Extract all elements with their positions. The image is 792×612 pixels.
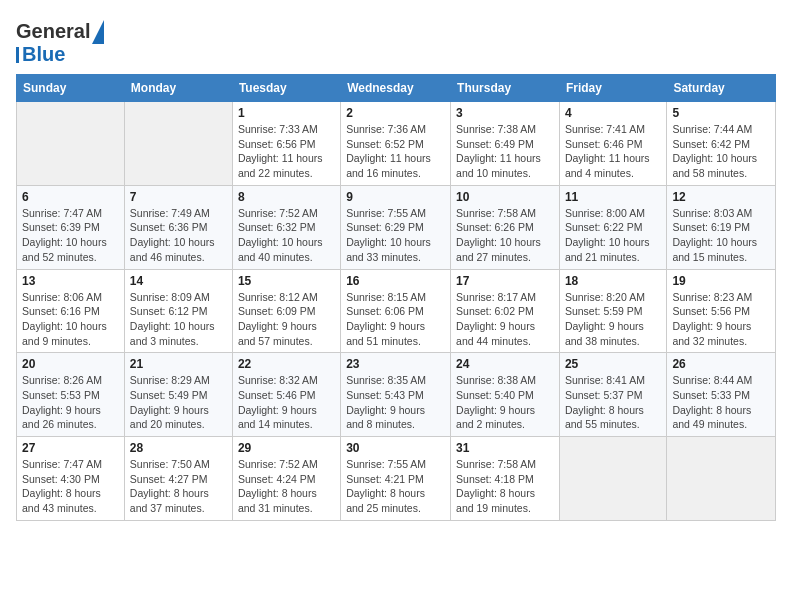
day-detail: Sunrise: 7:49 AM Sunset: 6:36 PM Dayligh… <box>130 206 227 265</box>
weekday-header: Tuesday <box>232 75 340 102</box>
day-number: 18 <box>565 274 661 288</box>
day-number: 7 <box>130 190 227 204</box>
calendar-day-cell <box>124 102 232 186</box>
weekday-header: Sunday <box>17 75 125 102</box>
calendar-header-row: SundayMondayTuesdayWednesdayThursdayFrid… <box>17 75 776 102</box>
day-detail: Sunrise: 7:33 AM Sunset: 6:56 PM Dayligh… <box>238 122 335 181</box>
day-detail: Sunrise: 8:23 AM Sunset: 5:56 PM Dayligh… <box>672 290 770 349</box>
day-detail: Sunrise: 8:15 AM Sunset: 6:06 PM Dayligh… <box>346 290 445 349</box>
calendar-day-cell: 22Sunrise: 8:32 AM Sunset: 5:46 PM Dayli… <box>232 353 340 437</box>
day-number: 2 <box>346 106 445 120</box>
calendar-day-cell: 26Sunrise: 8:44 AM Sunset: 5:33 PM Dayli… <box>667 353 776 437</box>
calendar-day-cell: 7Sunrise: 7:49 AM Sunset: 6:36 PM Daylig… <box>124 185 232 269</box>
calendar-week-row: 27Sunrise: 7:47 AM Sunset: 4:30 PM Dayli… <box>17 437 776 521</box>
calendar-table: SundayMondayTuesdayWednesdayThursdayFrid… <box>16 74 776 521</box>
day-number: 10 <box>456 190 554 204</box>
day-detail: Sunrise: 8:41 AM Sunset: 5:37 PM Dayligh… <box>565 373 661 432</box>
calendar-day-cell <box>667 437 776 521</box>
day-number: 20 <box>22 357 119 371</box>
day-detail: Sunrise: 7:47 AM Sunset: 6:39 PM Dayligh… <box>22 206 119 265</box>
calendar-day-cell: 10Sunrise: 7:58 AM Sunset: 6:26 PM Dayli… <box>451 185 560 269</box>
calendar-day-cell <box>559 437 666 521</box>
calendar-day-cell: 14Sunrise: 8:09 AM Sunset: 6:12 PM Dayli… <box>124 269 232 353</box>
calendar-day-cell: 31Sunrise: 7:58 AM Sunset: 4:18 PM Dayli… <box>451 437 560 521</box>
calendar-day-cell: 29Sunrise: 7:52 AM Sunset: 4:24 PM Dayli… <box>232 437 340 521</box>
weekday-header: Saturday <box>667 75 776 102</box>
calendar-day-cell: 12Sunrise: 8:03 AM Sunset: 6:19 PM Dayli… <box>667 185 776 269</box>
day-number: 4 <box>565 106 661 120</box>
day-number: 3 <box>456 106 554 120</box>
calendar-day-cell <box>17 102 125 186</box>
calendar-day-cell: 16Sunrise: 8:15 AM Sunset: 6:06 PM Dayli… <box>341 269 451 353</box>
day-detail: Sunrise: 8:17 AM Sunset: 6:02 PM Dayligh… <box>456 290 554 349</box>
calendar-week-row: 6Sunrise: 7:47 AM Sunset: 6:39 PM Daylig… <box>17 185 776 269</box>
day-detail: Sunrise: 8:12 AM Sunset: 6:09 PM Dayligh… <box>238 290 335 349</box>
day-detail: Sunrise: 8:00 AM Sunset: 6:22 PM Dayligh… <box>565 206 661 265</box>
day-number: 22 <box>238 357 335 371</box>
calendar-day-cell: 1Sunrise: 7:33 AM Sunset: 6:56 PM Daylig… <box>232 102 340 186</box>
day-detail: Sunrise: 8:20 AM Sunset: 5:59 PM Dayligh… <box>565 290 661 349</box>
calendar-day-cell: 15Sunrise: 8:12 AM Sunset: 6:09 PM Dayli… <box>232 269 340 353</box>
weekday-header: Friday <box>559 75 666 102</box>
logo-blue-row: Blue <box>16 43 65 66</box>
calendar-day-cell: 8Sunrise: 7:52 AM Sunset: 6:32 PM Daylig… <box>232 185 340 269</box>
day-detail: Sunrise: 8:06 AM Sunset: 6:16 PM Dayligh… <box>22 290 119 349</box>
day-number: 26 <box>672 357 770 371</box>
day-detail: Sunrise: 7:58 AM Sunset: 4:18 PM Dayligh… <box>456 457 554 516</box>
calendar-day-cell: 6Sunrise: 7:47 AM Sunset: 6:39 PM Daylig… <box>17 185 125 269</box>
logo-general-text: General <box>16 20 90 42</box>
day-number: 16 <box>346 274 445 288</box>
day-number: 12 <box>672 190 770 204</box>
day-number: 11 <box>565 190 661 204</box>
calendar-day-cell: 4Sunrise: 7:41 AM Sunset: 6:46 PM Daylig… <box>559 102 666 186</box>
weekday-header: Monday <box>124 75 232 102</box>
logo-blue-text: Blue <box>22 43 65 66</box>
day-detail: Sunrise: 7:52 AM Sunset: 6:32 PM Dayligh… <box>238 206 335 265</box>
day-number: 21 <box>130 357 227 371</box>
day-detail: Sunrise: 7:41 AM Sunset: 6:46 PM Dayligh… <box>565 122 661 181</box>
calendar-day-cell: 13Sunrise: 8:06 AM Sunset: 6:16 PM Dayli… <box>17 269 125 353</box>
day-number: 13 <box>22 274 119 288</box>
day-number: 5 <box>672 106 770 120</box>
day-number: 19 <box>672 274 770 288</box>
calendar-day-cell: 9Sunrise: 7:55 AM Sunset: 6:29 PM Daylig… <box>341 185 451 269</box>
day-detail: Sunrise: 7:58 AM Sunset: 6:26 PM Dayligh… <box>456 206 554 265</box>
day-number: 8 <box>238 190 335 204</box>
calendar-day-cell: 3Sunrise: 7:38 AM Sunset: 6:49 PM Daylig… <box>451 102 560 186</box>
day-detail: Sunrise: 8:44 AM Sunset: 5:33 PM Dayligh… <box>672 373 770 432</box>
calendar-day-cell: 18Sunrise: 8:20 AM Sunset: 5:59 PM Dayli… <box>559 269 666 353</box>
day-number: 25 <box>565 357 661 371</box>
day-detail: Sunrise: 7:44 AM Sunset: 6:42 PM Dayligh… <box>672 122 770 181</box>
day-number: 27 <box>22 441 119 455</box>
calendar-day-cell: 19Sunrise: 8:23 AM Sunset: 5:56 PM Dayli… <box>667 269 776 353</box>
day-detail: Sunrise: 7:50 AM Sunset: 4:27 PM Dayligh… <box>130 457 227 516</box>
calendar-day-cell: 23Sunrise: 8:35 AM Sunset: 5:43 PM Dayli… <box>341 353 451 437</box>
day-detail: Sunrise: 7:55 AM Sunset: 4:21 PM Dayligh… <box>346 457 445 516</box>
day-number: 17 <box>456 274 554 288</box>
day-number: 28 <box>130 441 227 455</box>
day-number: 14 <box>130 274 227 288</box>
day-number: 29 <box>238 441 335 455</box>
logo: General Blue <box>16 20 90 66</box>
day-detail: Sunrise: 8:03 AM Sunset: 6:19 PM Dayligh… <box>672 206 770 265</box>
calendar-week-row: 13Sunrise: 8:06 AM Sunset: 6:16 PM Dayli… <box>17 269 776 353</box>
day-number: 1 <box>238 106 335 120</box>
day-detail: Sunrise: 7:36 AM Sunset: 6:52 PM Dayligh… <box>346 122 445 181</box>
calendar-day-cell: 5Sunrise: 7:44 AM Sunset: 6:42 PM Daylig… <box>667 102 776 186</box>
calendar-day-cell: 27Sunrise: 7:47 AM Sunset: 4:30 PM Dayli… <box>17 437 125 521</box>
day-detail: Sunrise: 8:09 AM Sunset: 6:12 PM Dayligh… <box>130 290 227 349</box>
day-detail: Sunrise: 8:29 AM Sunset: 5:49 PM Dayligh… <box>130 373 227 432</box>
calendar-day-cell: 11Sunrise: 8:00 AM Sunset: 6:22 PM Dayli… <box>559 185 666 269</box>
logo-container: General <box>16 20 90 43</box>
day-detail: Sunrise: 7:55 AM Sunset: 6:29 PM Dayligh… <box>346 206 445 265</box>
day-detail: Sunrise: 7:38 AM Sunset: 6:49 PM Dayligh… <box>456 122 554 181</box>
day-number: 24 <box>456 357 554 371</box>
calendar-day-cell: 28Sunrise: 7:50 AM Sunset: 4:27 PM Dayli… <box>124 437 232 521</box>
day-number: 23 <box>346 357 445 371</box>
weekday-header: Wednesday <box>341 75 451 102</box>
day-number: 30 <box>346 441 445 455</box>
day-number: 31 <box>456 441 554 455</box>
day-detail: Sunrise: 7:47 AM Sunset: 4:30 PM Dayligh… <box>22 457 119 516</box>
day-detail: Sunrise: 8:35 AM Sunset: 5:43 PM Dayligh… <box>346 373 445 432</box>
calendar-day-cell: 17Sunrise: 8:17 AM Sunset: 6:02 PM Dayli… <box>451 269 560 353</box>
